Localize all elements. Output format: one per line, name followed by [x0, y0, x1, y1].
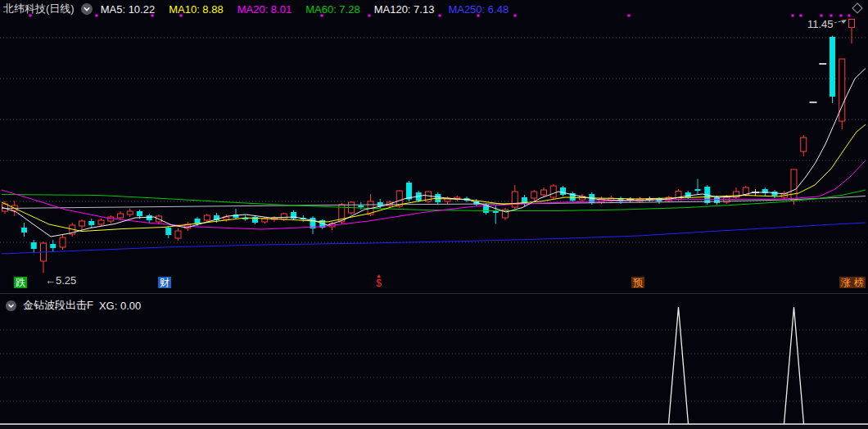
price-low-label: ←5.25 — [45, 274, 76, 287]
xg-signal-spike — [669, 307, 689, 424]
legend-ma5[interactable]: MA5: 10.22 — [101, 3, 156, 16]
event-marker-limit-down[interactable]: 跌 — [14, 277, 27, 288]
candle-46[interactable] — [445, 196, 450, 204]
candle-45[interactable] — [435, 192, 441, 204]
event-marker-glyph: 预 — [633, 277, 643, 288]
candle-5[interactable] — [50, 240, 56, 251]
event-marker-finance-report[interactable]: 财 — [158, 277, 171, 288]
candle-55[interactable] — [531, 190, 537, 201]
indicator-name[interactable]: 金钻波段出击F — [23, 298, 93, 313]
candle-6[interactable] — [60, 235, 66, 250]
price-high-label: 11.45 — [807, 18, 834, 30]
candle-57[interactable] — [550, 184, 556, 199]
candle-2[interactable] — [21, 223, 27, 237]
candle-63[interactable] — [608, 196, 614, 203]
candle-30[interactable] — [291, 210, 296, 220]
candle-23[interactable] — [224, 214, 229, 222]
ma-line-ma10 — [2, 124, 866, 232]
candle-72[interactable] — [695, 179, 701, 195]
candle-76[interactable] — [734, 187, 739, 199]
candle-86[interactable] — [830, 36, 835, 104]
candle-32[interactable] — [310, 216, 316, 234]
candle-4[interactable] — [41, 242, 47, 273]
candle-18[interactable] — [175, 228, 181, 241]
candle-24[interactable] — [233, 209, 239, 219]
event-marker-forecast[interactable]: 预 — [631, 277, 644, 288]
candle-83[interactable] — [801, 135, 807, 156]
indicator-chart[interactable] — [0, 295, 868, 429]
candle-87[interactable] — [839, 59, 845, 129]
stock-chart-app: 北纬科技(日线) MA5: 10.22MA10: 8.88MA20: 8.01M… — [0, 0, 868, 429]
xg-signal-spike — [784, 307, 804, 424]
event-marker-ranking[interactable]: 榜 — [852, 277, 866, 288]
candle-54[interactable] — [522, 195, 527, 206]
candlestick-chart[interactable]: 11.45←5.25 — [0, 0, 868, 294]
candle-17[interactable] — [165, 226, 171, 238]
candle-80[interactable] — [772, 190, 778, 198]
diamond-icon[interactable] — [852, 2, 863, 17]
ma-legend: MA5: 10.22MA10: 8.88MA20: 8.01MA60: 7.28… — [101, 2, 522, 16]
panel-divider[interactable] — [0, 293, 868, 294]
legend-ma60[interactable]: MA60: 7.28 — [305, 3, 360, 16]
stock-title[interactable]: 北纬科技(日线) — [3, 2, 75, 16]
candle-58[interactable] — [560, 186, 566, 196]
legend-ma20[interactable]: MA20: 8.01 — [237, 3, 292, 16]
candle-3[interactable] — [31, 240, 37, 252]
candle-37[interactable] — [358, 202, 364, 210]
candle-15[interactable] — [147, 214, 152, 223]
legend-ma10[interactable]: MA10: 8.88 — [169, 3, 224, 16]
event-marker-glyph: 榜 — [854, 277, 864, 288]
candle-59[interactable] — [570, 192, 576, 202]
event-marker-glyph: $ — [376, 278, 382, 289]
candle-79[interactable] — [762, 187, 768, 196]
indicator-xg-value: XG: 0.00 — [99, 300, 141, 312]
candle-53[interactable] — [512, 185, 518, 209]
candle-88[interactable] — [849, 20, 855, 44]
legend-ma120[interactable]: MA120: 7.13 — [374, 3, 435, 16]
event-marker-ex-rights[interactable]: ▲$ — [374, 273, 383, 289]
arrow-head-icon — [841, 20, 847, 24]
ma-line-ma250 — [2, 223, 866, 254]
candle-26[interactable] — [252, 215, 258, 224]
candle-11[interactable] — [108, 215, 114, 224]
candle-27[interactable] — [262, 217, 268, 224]
legend-ma250[interactable]: MA250: 6.48 — [448, 3, 509, 16]
chevron-down-circle-icon[interactable] — [80, 2, 93, 16]
event-marker-glyph: 财 — [160, 277, 170, 288]
candle-70[interactable] — [676, 189, 681, 201]
candle-52[interactable] — [503, 208, 509, 220]
candle-9[interactable] — [88, 219, 94, 228]
candle-8[interactable] — [79, 219, 85, 230]
candle-10[interactable] — [98, 219, 104, 226]
candle-44[interactable] — [426, 191, 432, 203]
chart-header: 北纬科技(日线) MA5: 10.22MA10: 8.88MA20: 8.01M… — [0, 0, 868, 18]
chevron-down-circle-icon[interactable] — [5, 300, 17, 312]
indicator-header: 金钻波段出击F XG: 0.00 — [5, 298, 141, 313]
candle-13[interactable] — [127, 209, 133, 217]
event-marker-glyph: 跌 — [16, 277, 25, 288]
event-marker-glyph: 涨 — [841, 277, 851, 288]
event-marker-limit-up-board[interactable]: 涨 — [839, 277, 852, 288]
